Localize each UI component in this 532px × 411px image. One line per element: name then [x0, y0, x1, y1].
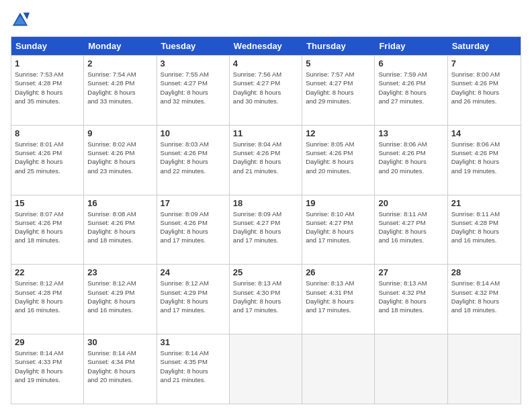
calendar-cell: 31Sunrise: 8:14 AMSunset: 4:35 PMDayligh…	[157, 334, 230, 404]
cell-day-number: 8	[15, 128, 80, 138]
cell-day-number: 6	[378, 58, 443, 68]
cell-day-number: 25	[233, 267, 298, 277]
cell-info: Sunrise: 8:02 AMSunset: 4:26 PMDaylight:…	[87, 140, 152, 175]
cell-day-number: 4	[233, 58, 298, 68]
calendar-cell: 21Sunrise: 8:11 AMSunset: 4:28 PMDayligh…	[448, 195, 521, 265]
cell-info: Sunrise: 8:03 AMSunset: 4:26 PMDaylight:…	[161, 140, 226, 175]
calendar-cell	[230, 334, 302, 404]
calendar-cell: 14Sunrise: 8:06 AMSunset: 4:26 PMDayligh…	[448, 126, 521, 195]
cell-day-number: 11	[233, 128, 298, 138]
cell-info: Sunrise: 8:10 AMSunset: 4:27 PMDaylight:…	[306, 210, 371, 245]
calendar-cell: 8Sunrise: 8:01 AMSunset: 4:26 PMDaylight…	[11, 126, 84, 195]
cell-info: Sunrise: 8:01 AMSunset: 4:26 PMDaylight:…	[15, 140, 80, 175]
calendar-cell: 5Sunrise: 7:57 AMSunset: 4:27 PMDaylight…	[302, 56, 375, 125]
calendar-cell: 15Sunrise: 8:07 AMSunset: 4:26 PMDayligh…	[11, 195, 84, 265]
cell-info: Sunrise: 8:05 AMSunset: 4:26 PMDaylight:…	[306, 140, 371, 175]
calendar-header-cell: Sunday	[11, 37, 84, 55]
calendar-cell: 2Sunrise: 7:54 AMSunset: 4:28 PMDaylight…	[84, 56, 157, 125]
cell-info: Sunrise: 8:04 AMSunset: 4:26 PMDaylight:…	[233, 140, 298, 175]
cell-day-number: 17	[161, 198, 226, 208]
calendar-cell	[448, 334, 521, 404]
calendar-cell: 22Sunrise: 8:12 AMSunset: 4:28 PMDayligh…	[11, 265, 84, 334]
cell-info: Sunrise: 8:09 AMSunset: 4:27 PMDaylight:…	[233, 210, 298, 245]
cell-day-number: 14	[451, 128, 517, 138]
cell-info: Sunrise: 7:53 AMSunset: 4:28 PMDaylight:…	[15, 70, 80, 105]
calendar-cell: 28Sunrise: 8:14 AMSunset: 4:32 PMDayligh…	[448, 265, 521, 334]
cell-day-number: 16	[87, 198, 152, 208]
cell-day-number: 26	[306, 267, 371, 277]
cell-info: Sunrise: 8:13 AMSunset: 4:32 PMDaylight:…	[378, 279, 443, 314]
cell-day-number: 2	[87, 58, 152, 68]
calendar-header: SundayMondayTuesdayWednesdayThursdayFrid…	[11, 37, 521, 55]
cell-info: Sunrise: 8:00 AMSunset: 4:26 PMDaylight:…	[451, 70, 517, 105]
calendar-cell: 4Sunrise: 7:56 AMSunset: 4:27 PMDaylight…	[230, 56, 302, 125]
cell-info: Sunrise: 8:12 AMSunset: 4:28 PMDaylight:…	[15, 279, 80, 314]
calendar-header-cell: Saturday	[448, 37, 521, 55]
cell-info: Sunrise: 7:59 AMSunset: 4:26 PMDaylight:…	[378, 70, 443, 105]
header	[11, 11, 521, 30]
calendar: SundayMondayTuesdayWednesdayThursdayFrid…	[11, 36, 521, 404]
calendar-cell: 30Sunrise: 8:14 AMSunset: 4:34 PMDayligh…	[84, 334, 157, 404]
cell-info: Sunrise: 8:14 AMSunset: 4:35 PMDaylight:…	[161, 349, 226, 384]
calendar-cell: 11Sunrise: 8:04 AMSunset: 4:26 PMDayligh…	[230, 126, 302, 195]
cell-day-number: 12	[306, 128, 371, 138]
cell-day-number: 21	[451, 198, 517, 208]
cell-info: Sunrise: 8:14 AMSunset: 4:33 PMDaylight:…	[15, 349, 80, 384]
calendar-cell: 1Sunrise: 7:53 AMSunset: 4:28 PMDaylight…	[11, 56, 84, 125]
calendar-cell: 24Sunrise: 8:12 AMSunset: 4:29 PMDayligh…	[157, 265, 230, 334]
calendar-header-cell: Monday	[84, 37, 157, 55]
cell-info: Sunrise: 8:12 AMSunset: 4:29 PMDaylight:…	[87, 279, 152, 314]
cell-day-number: 9	[87, 128, 152, 138]
cell-info: Sunrise: 8:06 AMSunset: 4:26 PMDaylight:…	[378, 140, 443, 175]
cell-day-number: 22	[15, 267, 80, 277]
calendar-row: 22Sunrise: 8:12 AMSunset: 4:28 PMDayligh…	[11, 264, 521, 334]
cell-day-number: 1	[15, 58, 80, 68]
cell-day-number: 3	[161, 58, 226, 68]
calendar-cell: 13Sunrise: 8:06 AMSunset: 4:26 PMDayligh…	[375, 126, 447, 195]
cell-info: Sunrise: 8:09 AMSunset: 4:26 PMDaylight:…	[161, 210, 226, 245]
cell-day-number: 23	[87, 267, 152, 277]
cell-info: Sunrise: 8:13 AMSunset: 4:31 PMDaylight:…	[306, 279, 371, 314]
cell-info: Sunrise: 8:07 AMSunset: 4:26 PMDaylight:…	[15, 210, 80, 245]
svg-marker-2	[24, 13, 30, 19]
cell-day-number: 18	[233, 198, 298, 208]
calendar-header-cell: Friday	[375, 37, 447, 55]
calendar-header-cell: Tuesday	[157, 37, 230, 55]
calendar-cell: 3Sunrise: 7:55 AMSunset: 4:27 PMDaylight…	[157, 56, 230, 125]
calendar-cell: 18Sunrise: 8:09 AMSunset: 4:27 PMDayligh…	[230, 195, 302, 265]
calendar-row: 1Sunrise: 7:53 AMSunset: 4:28 PMDaylight…	[11, 55, 521, 125]
cell-info: Sunrise: 7:56 AMSunset: 4:27 PMDaylight:…	[233, 70, 298, 105]
calendar-cell: 19Sunrise: 8:10 AMSunset: 4:27 PMDayligh…	[302, 195, 375, 265]
calendar-cell: 29Sunrise: 8:14 AMSunset: 4:33 PMDayligh…	[11, 334, 84, 404]
page: SundayMondayTuesdayWednesdayThursdayFrid…	[0, 0, 532, 411]
calendar-cell: 20Sunrise: 8:11 AMSunset: 4:27 PMDayligh…	[375, 195, 447, 265]
calendar-cell: 7Sunrise: 8:00 AMSunset: 4:26 PMDaylight…	[448, 56, 521, 125]
cell-info: Sunrise: 8:12 AMSunset: 4:29 PMDaylight:…	[161, 279, 226, 314]
cell-day-number: 7	[451, 58, 517, 68]
cell-day-number: 31	[161, 337, 226, 347]
cell-info: Sunrise: 8:14 AMSunset: 4:32 PMDaylight:…	[451, 279, 517, 314]
cell-day-number: 30	[87, 337, 152, 347]
calendar-cell: 23Sunrise: 8:12 AMSunset: 4:29 PMDayligh…	[84, 265, 157, 334]
cell-info: Sunrise: 7:57 AMSunset: 4:27 PMDaylight:…	[306, 70, 371, 105]
cell-day-number: 20	[378, 198, 443, 208]
cell-info: Sunrise: 8:11 AMSunset: 4:27 PMDaylight:…	[378, 210, 443, 245]
logo-icon	[11, 11, 30, 30]
calendar-cell: 16Sunrise: 8:08 AMSunset: 4:26 PMDayligh…	[84, 195, 157, 265]
cell-info: Sunrise: 8:14 AMSunset: 4:34 PMDaylight:…	[87, 349, 152, 384]
calendar-header-cell: Thursday	[302, 37, 375, 55]
cell-day-number: 24	[161, 267, 226, 277]
calendar-row: 15Sunrise: 8:07 AMSunset: 4:26 PMDayligh…	[11, 195, 521, 265]
cell-info: Sunrise: 8:11 AMSunset: 4:28 PMDaylight:…	[451, 210, 517, 245]
calendar-body: 1Sunrise: 7:53 AMSunset: 4:28 PMDaylight…	[11, 55, 521, 404]
calendar-cell: 10Sunrise: 8:03 AMSunset: 4:26 PMDayligh…	[157, 126, 230, 195]
cell-info: Sunrise: 7:54 AMSunset: 4:28 PMDaylight:…	[87, 70, 152, 105]
cell-info: Sunrise: 8:06 AMSunset: 4:26 PMDaylight:…	[451, 140, 517, 175]
cell-day-number: 5	[306, 58, 371, 68]
cell-info: Sunrise: 8:13 AMSunset: 4:30 PMDaylight:…	[233, 279, 298, 314]
cell-day-number: 13	[378, 128, 443, 138]
calendar-header-cell: Wednesday	[230, 37, 302, 55]
cell-info: Sunrise: 7:55 AMSunset: 4:27 PMDaylight:…	[161, 70, 226, 105]
calendar-row: 8Sunrise: 8:01 AMSunset: 4:26 PMDaylight…	[11, 125, 521, 195]
calendar-cell: 26Sunrise: 8:13 AMSunset: 4:31 PMDayligh…	[302, 265, 375, 334]
